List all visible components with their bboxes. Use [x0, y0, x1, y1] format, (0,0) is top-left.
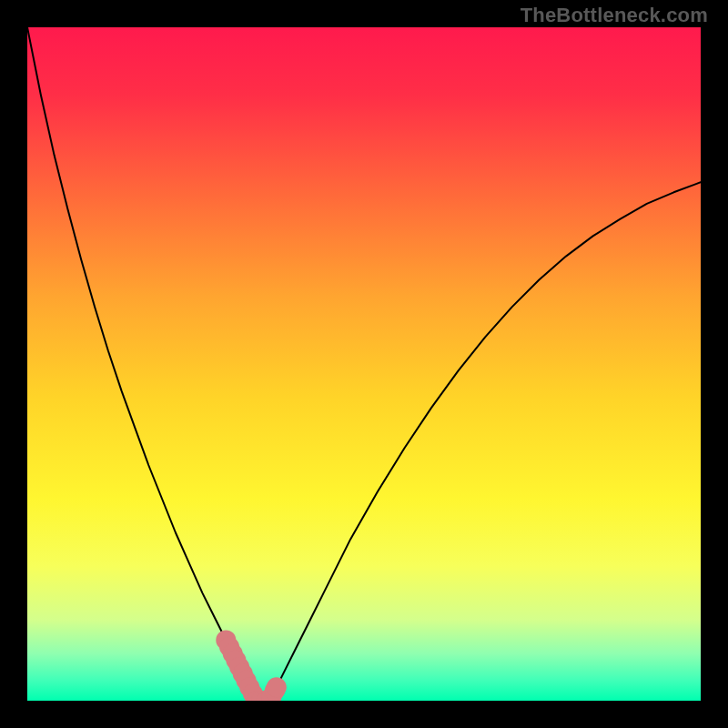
svg-point-15 [267, 677, 287, 697]
chart-svg [27, 27, 701, 701]
watermark-text: TheBottleneck.com [521, 4, 708, 27]
plot-area [27, 27, 701, 701]
chart-frame: TheBottleneck.com [0, 0, 728, 728]
svg-rect-0 [27, 27, 701, 701]
